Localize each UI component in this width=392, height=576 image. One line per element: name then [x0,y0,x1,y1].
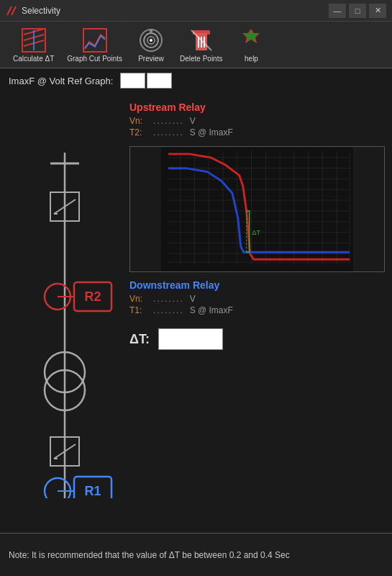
downstream-vn-label: Vn: [129,294,147,304]
delta-t-label: ΔT: [129,332,150,347]
delete-points-button[interactable]: Delete Points [174,24,228,66]
toolbar: Calculate ΔT Graph Cut Points Preview [0,22,392,68]
svg-rect-8 [83,29,106,52]
volt-ref-input2[interactable] [147,73,172,89]
upstream-t2-label: T2: [129,127,147,138]
downstream-vn-unit: V [190,294,196,304]
note-text: Note: It is recommended that the value o… [9,549,290,562]
volt-ref-input-group [120,73,172,89]
close-button[interactable]: ✕ [369,4,386,18]
chart-svg: ΔT [130,147,384,271]
upstream-t2-row: T2: ........ S @ ImaxF [129,127,385,138]
upstream-vn-label: Vn: [129,116,147,126]
svg-text:R2: R2 [84,289,101,304]
downstream-relay-title: Downstream Relay [129,279,385,291]
help-button[interactable]: help [229,24,273,66]
circuit-svg: R2 R1 [11,153,119,498]
upstream-vn-row: Vn: ........ V [129,116,385,126]
svg-rect-13 [150,29,152,33]
help-icon [238,27,264,53]
right-panel: Upstream Relay Vn: ........ V T2: ......… [129,100,385,550]
upstream-relay-title: Upstream Relay [129,102,385,113]
svg-point-36 [45,478,70,498]
delta-t-value-box [158,328,223,350]
delete-points-label: Delete Points [180,55,222,63]
calculate-dt-button[interactable]: Calculate ΔT [7,24,60,66]
minimize-button[interactable]: — [329,4,346,18]
graph-cut-points-label: Graph Cut Points [67,55,122,63]
preview-button[interactable]: Preview [129,24,173,66]
upstream-vn-dots: ........ [153,116,184,126]
svg-text:R1: R1 [84,484,101,498]
downstream-vn-dots: ........ [153,294,184,304]
title-bar-left: Selectivity [6,5,60,17]
calculate-dt-label: Calculate ΔT [13,55,54,63]
svg-text:ΔT: ΔT [252,229,261,236]
downstream-t1-dots: ........ [153,305,184,315]
time-current-chart: ΔT [129,146,385,272]
imaxf-label: ImaxF @ Volt Ref Graph: [9,76,113,86]
upstream-vn-unit: V [190,116,196,126]
circuit-diagram: R2 R1 [7,100,122,550]
app-icon [6,5,17,17]
downstream-t1-row: T1: ........ S @ ImaxF [129,305,385,315]
note-bar: Note: It is recommended that the value o… [0,533,392,576]
downstream-t1-label: T1: [129,305,147,315]
volt-ref-input1[interactable] [120,73,145,89]
calc-icon [21,27,47,53]
svg-point-12 [150,39,152,42]
downstream-relay-section: Downstream Relay Vn: ........ V T1: ....… [129,278,385,318]
downstream-t1-unit: S @ ImaxF [190,305,233,315]
main-content: R2 R1 Upstream Relay [0,93,392,557]
preview-icon [138,27,164,53]
help-label: help [245,55,258,63]
upstream-t2-dots: ........ [153,127,184,138]
maximize-button[interactable]: □ [349,4,366,18]
graph-icon [82,27,108,53]
delta-t-result-row: ΔT: [129,328,385,350]
title-bar: Selectivity — □ ✕ [0,0,392,22]
window-title: Selectivity [22,6,60,16]
upstream-relay-section: Upstream Relay Vn: ........ V T2: ......… [129,100,385,140]
preview-label: Preview [138,55,164,63]
delete-icon [188,27,214,53]
title-controls: — □ ✕ [329,4,386,18]
upstream-t2-unit: S @ ImaxF [190,127,233,138]
top-label-row: ImaxF @ Volt Ref Graph: [0,68,392,93]
downstream-vn-row: Vn: ........ V [129,294,385,304]
graph-cut-points-button[interactable]: Graph Cut Points [61,24,128,66]
